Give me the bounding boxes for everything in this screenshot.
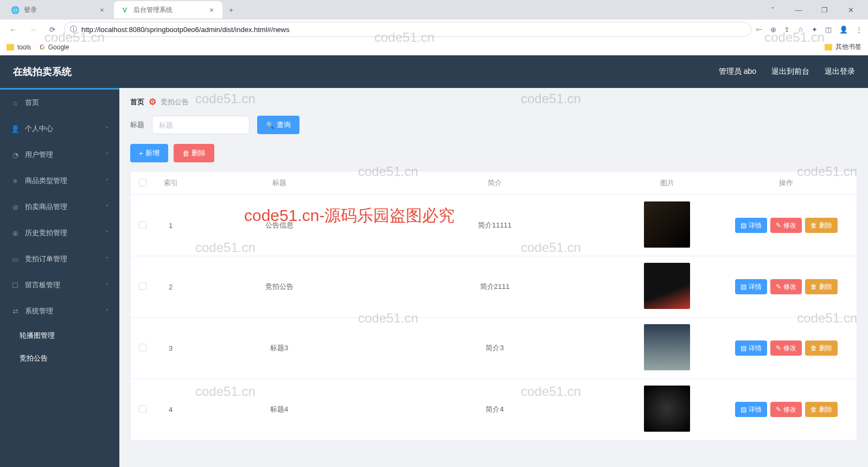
forward-button[interactable]: → <box>25 22 40 37</box>
browser-chrome: 🌐 登录 × V 后台管理系统 × + ˅ — ❐ ✕ ← → ⟳ ⓘ http… <box>0 0 868 55</box>
sidebar-item[interactable]: ▭ 竞拍订单管理 ˅ <box>0 246 119 272</box>
edit-button[interactable]: ✎ 修改 <box>770 340 802 356</box>
zoom-icon[interactable]: ⊕ <box>770 26 776 34</box>
new-tab-button[interactable]: + <box>224 2 239 17</box>
search-row: 标题 🔍 查询 <box>130 116 857 134</box>
row-checkbox[interactable] <box>139 282 146 290</box>
bookmark-other[interactable]: 其他书签 <box>825 42 861 52</box>
delete-button[interactable]: 🗑 删除 <box>174 144 214 162</box>
cell-index: 2 <box>155 256 187 318</box>
sidebar-item[interactable]: ◔ 用户管理 ˅ <box>0 142 119 168</box>
sidebar-sub-item[interactable]: 竞拍公告 <box>0 347 119 370</box>
bookmark-google[interactable]: G Google <box>40 43 69 51</box>
detail-button[interactable]: ▤ 详情 <box>735 279 767 294</box>
breadcrumb: 首页 ⚙ 竞拍公告 <box>130 97 857 107</box>
cell-intro: 简介4 <box>372 379 618 440</box>
add-button[interactable]: + 新增 <box>130 144 168 162</box>
search-input[interactable] <box>152 116 250 134</box>
trash-icon: 🗑 <box>810 406 817 413</box>
bookmarks-bar: tools G Google 其他书签 <box>0 39 868 55</box>
chevron-down-icon: ˅ <box>106 178 108 184</box>
row-delete-button[interactable]: 🗑 删除 <box>805 218 838 233</box>
search-button[interactable]: 🔍 查询 <box>257 116 299 134</box>
doc-icon: ▤ <box>741 344 746 352</box>
detail-button[interactable]: ▤ 详情 <box>735 402 767 417</box>
trash-icon: 🗑 <box>810 283 817 291</box>
cell-pic <box>618 195 716 256</box>
chevron-down-icon[interactable]: ˅ <box>765 6 780 14</box>
row-checkbox[interactable] <box>139 344 146 351</box>
plus-icon: + <box>139 149 143 157</box>
sidebar-item[interactable]: ⌂ 首页 <box>0 90 119 116</box>
sidebar-item[interactable]: ⊕ 历史竞拍管理 ˅ <box>0 220 119 246</box>
edit-button[interactable]: ✎ 修改 <box>770 402 802 417</box>
select-all-checkbox[interactable] <box>139 179 146 186</box>
window-controls: ˅ — ❐ ✕ <box>765 6 864 14</box>
url-input[interactable]: ⓘ http://localhost:8080/springbootp0eo6/… <box>64 22 751 37</box>
extensions-icon[interactable]: ✦ <box>812 26 818 34</box>
header-to-front[interactable]: 退出到前台 <box>771 67 809 77</box>
detail-button[interactable]: ▤ 详情 <box>735 218 767 233</box>
row-delete-button[interactable]: 🗑 删除 <box>805 279 838 294</box>
sidebar-item[interactable]: ⇄ 系统管理 ˄ <box>0 298 119 324</box>
globe-icon: 🌐 <box>11 5 20 14</box>
row-checkbox[interactable] <box>139 405 146 413</box>
cell-title: 竞拍公告 <box>187 256 372 318</box>
header-logout[interactable]: 退出登录 <box>825 67 855 77</box>
browser-tab-admin[interactable]: V 后台管理系统 × <box>114 1 222 18</box>
sidebar-item-label: 历史竞拍管理 <box>25 228 67 238</box>
sidebar-item-label: 首页 <box>25 98 39 108</box>
close-window-icon[interactable]: ✕ <box>843 6 858 14</box>
sidebar-item[interactable]: ≡ 商品类型管理 ˅ <box>0 168 119 194</box>
row-delete-button[interactable]: 🗑 删除 <box>805 402 838 417</box>
sidebar-item[interactable]: ⊘ 拍卖商品管理 ˅ <box>0 194 119 220</box>
row-checkbox[interactable] <box>139 221 146 229</box>
address-bar-icons: ⟜ ⊕ ⇪ ☆ ✦ ◫ 👤 ⋮ <box>756 25 863 34</box>
close-icon[interactable]: × <box>98 5 106 14</box>
folder-icon <box>7 44 14 51</box>
sidebar-item-label: 用户管理 <box>25 150 53 160</box>
cell-intro: 简介2111 <box>372 256 618 318</box>
close-icon[interactable]: × <box>207 5 216 14</box>
detail-button[interactable]: ▤ 详情 <box>735 340 767 356</box>
sidebar-item[interactable]: 👤 个人中心 ˅ <box>0 116 119 142</box>
sidebar-sub-item[interactable]: 轮播图管理 <box>0 324 119 347</box>
tab-title: 后台管理系统 <box>133 5 207 15</box>
header-user[interactable]: 管理员 abo <box>719 67 756 77</box>
edit-button[interactable]: ✎ 修改 <box>770 279 802 294</box>
chevron-up-icon: ˄ <box>106 308 108 314</box>
sidebar-item-label: 个人中心 <box>25 124 53 134</box>
google-icon: G <box>40 43 44 51</box>
table-row: 3 标题3 简介3 ▤ 详情 ✎ 修改 🗑 删除 <box>131 318 857 379</box>
sidebar-icon: ▭ <box>11 255 20 263</box>
bookmark-tools[interactable]: tools <box>7 43 31 51</box>
profile-icon[interactable]: 👤 <box>839 26 848 34</box>
panel-icon[interactable]: ◫ <box>825 26 832 34</box>
cell-pic <box>618 256 716 318</box>
star-icon[interactable]: ☆ <box>797 26 804 34</box>
row-ops: ▤ 详情 ✎ 修改 🗑 删除 <box>720 340 853 356</box>
sidebar-icon: ⊕ <box>11 229 20 237</box>
breadcrumb-home[interactable]: 首页 <box>130 97 144 107</box>
row-delete-button[interactable]: 🗑 删除 <box>805 340 838 356</box>
key-icon[interactable]: ⟜ <box>756 25 763 34</box>
browser-tab-login[interactable]: 🌐 登录 × <box>4 1 113 18</box>
edit-button[interactable]: ✎ 修改 <box>770 218 802 233</box>
th-title: 标题 <box>187 172 372 195</box>
sidebar-item-label: 商品类型管理 <box>25 176 67 186</box>
app-header: 在线拍卖系统 管理员 abo 退出到前台 退出登录 <box>0 55 868 88</box>
back-button[interactable]: ← <box>5 22 21 37</box>
reload-button[interactable]: ⟳ <box>44 22 60 37</box>
doc-icon: ▤ <box>741 222 746 229</box>
sidebar-item-label: 拍卖商品管理 <box>25 202 67 212</box>
maximize-icon[interactable]: ❐ <box>817 6 832 14</box>
sidebar-icon: ☐ <box>11 281 20 289</box>
tab-title: 登录 <box>24 5 98 15</box>
cell-index: 4 <box>155 379 187 440</box>
th-pic: 图片 <box>618 172 716 195</box>
share-icon[interactable]: ⇪ <box>784 26 790 34</box>
minimize-icon[interactable]: — <box>791 6 806 14</box>
menu-icon[interactable]: ⋮ <box>856 26 863 34</box>
sidebar-item[interactable]: ☐ 留言板管理 ˅ <box>0 272 119 298</box>
chevron-down-icon: ˅ <box>106 282 108 288</box>
